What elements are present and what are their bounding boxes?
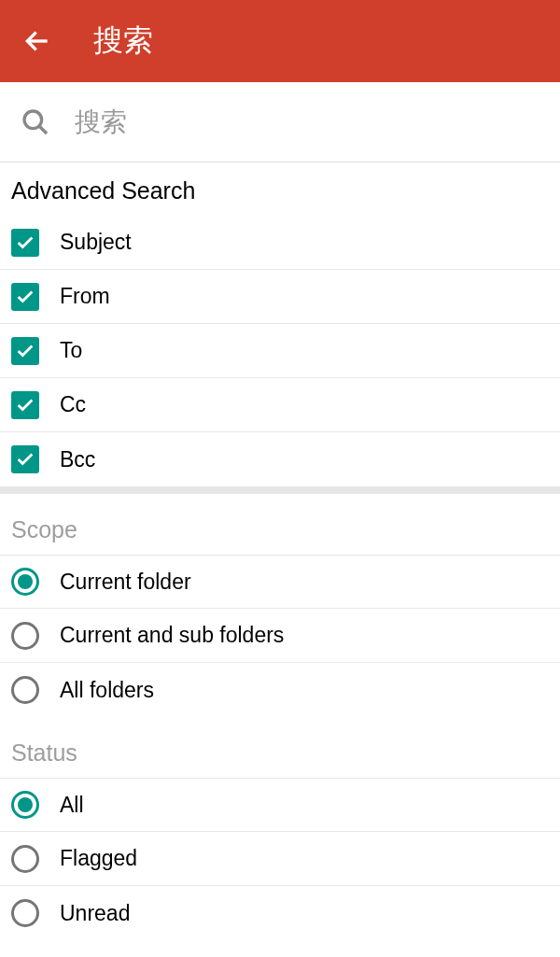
- checkbox-row-cc[interactable]: Cc: [0, 378, 560, 432]
- radio-label: Current folder: [60, 570, 191, 595]
- radio-inner-icon: [18, 797, 33, 812]
- checkbox-label: Bcc: [60, 447, 95, 472]
- advanced-search-section: Advanced Search Subject From To Cc Bcc: [0, 162, 560, 486]
- back-arrow-icon: [22, 26, 52, 56]
- radio-row-all-folders[interactable]: All folders: [0, 663, 560, 717]
- radio-row-flagged[interactable]: Flagged: [0, 832, 560, 886]
- checkmark-icon: [15, 341, 35, 361]
- radio-all-folders[interactable]: [11, 676, 39, 704]
- scope-title: Scope: [0, 494, 560, 555]
- checkbox-from[interactable]: [11, 283, 39, 311]
- checkbox-row-from[interactable]: From: [0, 270, 560, 324]
- radio-inner-icon: [18, 574, 33, 589]
- section-divider: [0, 486, 560, 494]
- checkmark-icon: [15, 232, 35, 253]
- back-button[interactable]: [19, 22, 56, 60]
- svg-line-2: [39, 126, 47, 134]
- checkmark-icon: [15, 449, 35, 470]
- radio-label: All folders: [60, 678, 154, 703]
- checkbox-row-bcc[interactable]: Bcc: [0, 432, 560, 486]
- radio-label: Flagged: [60, 846, 137, 871]
- checkbox-bcc[interactable]: [11, 445, 39, 473]
- radio-row-current-folder[interactable]: Current folder: [0, 555, 560, 609]
- radio-row-all[interactable]: All: [0, 778, 560, 832]
- radio-all[interactable]: [11, 791, 39, 819]
- checkmark-icon: [15, 395, 35, 415]
- checkbox-row-to[interactable]: To: [0, 324, 560, 378]
- radio-label: Current and sub folders: [60, 623, 284, 648]
- radio-current-folder[interactable]: [11, 568, 39, 596]
- radio-label: Unread: [60, 901, 130, 926]
- search-input[interactable]: [75, 107, 541, 137]
- radio-label: All: [60, 793, 84, 818]
- svg-point-1: [24, 111, 42, 129]
- status-section: Status All Flagged Unread: [0, 717, 560, 940]
- checkbox-subject[interactable]: [11, 229, 39, 257]
- checkbox-label: Cc: [60, 392, 86, 417]
- checkbox-label: Subject: [60, 230, 132, 255]
- radio-current-and-sub[interactable]: [11, 622, 39, 650]
- radio-unread[interactable]: [11, 899, 39, 927]
- checkbox-to[interactable]: [11, 337, 39, 365]
- checkmark-icon: [15, 287, 35, 307]
- search-icon: [19, 106, 52, 139]
- checkbox-label: To: [60, 338, 82, 363]
- checkbox-row-subject[interactable]: Subject: [0, 216, 560, 270]
- app-header: 搜索: [0, 0, 560, 82]
- radio-row-current-and-sub[interactable]: Current and sub folders: [0, 609, 560, 663]
- scope-section: Scope Current folder Current and sub fol…: [0, 494, 560, 717]
- status-title: Status: [0, 717, 560, 778]
- advanced-search-title: Advanced Search: [0, 162, 560, 216]
- checkbox-label: From: [60, 284, 110, 309]
- radio-row-unread[interactable]: Unread: [0, 886, 560, 940]
- radio-flagged[interactable]: [11, 845, 39, 873]
- search-bar: [0, 82, 560, 162]
- checkbox-cc[interactable]: [11, 391, 39, 419]
- header-title: 搜索: [93, 21, 153, 62]
